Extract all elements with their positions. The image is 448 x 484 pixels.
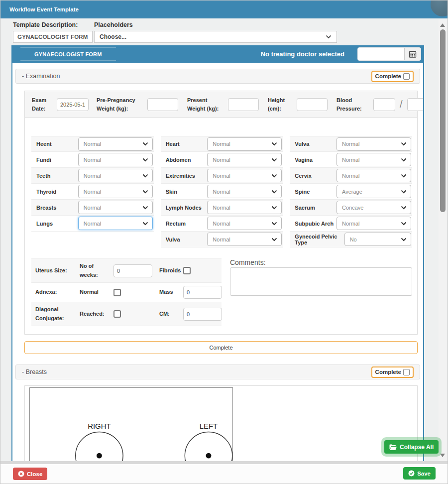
breasts-complete-button[interactable]: Complete: [371, 366, 414, 378]
collapse-all-button[interactable]: Collapse All: [384, 440, 439, 454]
template-description-input[interactable]: GYNAECOLOGIST FORM: [13, 31, 93, 43]
exam-date-field[interactable]: [57, 98, 89, 111]
exam-row-select-value: Normal: [84, 205, 101, 211]
breasts-section-title: - Breasts: [22, 368, 47, 375]
exam-row-label: Skin: [166, 189, 177, 195]
exam-row-select-value: Normal: [342, 141, 359, 147]
fibroids-checkbox[interactable]: [183, 267, 191, 274]
window-titlebar: Workflow Event Template: [0, 0, 448, 18]
breast-diagram-canvas[interactable]: RIGHT LEFT: [29, 387, 233, 462]
exam-row-select[interactable]: Normal: [207, 201, 282, 214]
uterus-size-label: Uterus Size:: [35, 266, 80, 275]
save-check-icon: [408, 470, 415, 477]
placeholders-select[interactable]: Choose...: [94, 31, 337, 43]
exam-row-select-value: Normal: [84, 173, 101, 179]
treatment-date-input[interactable]: [358, 48, 404, 60]
exam-row-label: Gynecoid Pelvic Type: [295, 234, 344, 245]
pre-pregnancy-weight-field[interactable]: [147, 98, 178, 111]
mass-label: Mass: [159, 288, 183, 297]
close-button[interactable]: Close: [13, 468, 47, 480]
exam-row-select-value: Concave: [342, 205, 363, 211]
chevron-down-icon: [271, 238, 277, 242]
chevron-down-icon: [142, 206, 148, 210]
breasts-complete-checkbox[interactable]: [403, 369, 410, 375]
calendar-button[interactable]: [404, 48, 421, 60]
vertical-scrollbar[interactable]: [439, 19, 447, 461]
blood-pressure-systolic-field[interactable]: [373, 98, 395, 111]
exam-row-select[interactable]: Normal: [78, 153, 153, 166]
exam-row-select[interactable]: Normal: [207, 153, 282, 166]
top-form: Template Description: Placeholders GYNAE…: [13, 21, 423, 43]
exam-row: Lymph NodesNormal: [161, 200, 283, 216]
exam-row-label: Abdomen: [166, 157, 191, 163]
height-field[interactable]: [297, 98, 328, 111]
chevron-down-icon: [401, 190, 407, 194]
mass-field[interactable]: [183, 286, 222, 299]
exam-row-select[interactable]: Normal: [207, 137, 282, 151]
exam-row-select[interactable]: Normal: [207, 233, 282, 246]
adnexa-normal-checkbox[interactable]: [113, 289, 121, 296]
chevron-down-icon: [401, 238, 407, 242]
no-of-weeks-field[interactable]: [113, 264, 152, 277]
exam-row-select[interactable]: Normal: [336, 169, 411, 182]
scroll-down-arrow-icon[interactable]: [440, 454, 445, 457]
tab-gynaecologist-form[interactable]: GYNAECOLOGIST FORM: [20, 47, 116, 61]
scroll-up-arrow-icon[interactable]: [440, 23, 445, 27]
exam-row-select-value: Normal: [84, 141, 101, 147]
reached-label: Reached:: [80, 310, 113, 319]
save-button[interactable]: Save: [403, 467, 436, 480]
uterus-size-row: Uterus Size: No of weeks: Fibroids: [31, 258, 222, 283]
exam-row-label: Vulva: [166, 237, 180, 242]
exam-row-select[interactable]: Normal: [78, 217, 153, 230]
reached-checkbox[interactable]: [113, 310, 121, 318]
exam-row: HeartNormal: [161, 136, 283, 152]
examination-complete-button[interactable]: Complete: [371, 71, 414, 82]
adnexa-label: Adnexa:: [35, 288, 80, 297]
breast-right-nipple-dot: [97, 453, 102, 459]
no-of-weeks-label: No of weeks:: [80, 262, 113, 279]
treatment-date-group: [357, 47, 421, 61]
cm-field[interactable]: [183, 308, 222, 321]
exam-row-select[interactable]: Concave: [336, 201, 411, 214]
blood-pressure-diastolic-field[interactable]: [407, 98, 424, 111]
exam-row: Subpubic ArchNormal: [290, 216, 412, 232]
exam-row-select-value: No: [350, 237, 357, 242]
breasts-section-header[interactable]: - Breasts Complete: [15, 364, 420, 379]
placeholders-label: Placeholders: [94, 21, 133, 28]
exam-row-select[interactable]: Normal: [78, 201, 153, 214]
exam-row-select[interactable]: Normal: [207, 185, 282, 198]
exam-row-select-value: Normal: [84, 189, 101, 195]
exam-row-select[interactable]: Normal: [336, 153, 411, 166]
exam-row: AbdomenNormal: [161, 152, 283, 168]
exam-row-label: Breasts: [36, 205, 56, 211]
examination-complete-checkbox[interactable]: [403, 73, 410, 80]
vitals-row: Exam Date: Pre-Pregnancy Weight (kg): Pr…: [25, 91, 417, 118]
scrollbar-thumb[interactable]: [440, 29, 446, 212]
present-weight-field[interactable]: [228, 98, 259, 111]
exam-row-select-value: Normal: [213, 221, 230, 227]
exam-row-select[interactable]: Normal: [207, 217, 282, 230]
exam-row-select[interactable]: Normal: [336, 217, 411, 230]
breast-left-label: LEFT: [200, 423, 218, 431]
exam-row-select[interactable]: Normal: [336, 137, 411, 151]
chevron-down-icon: [401, 158, 407, 162]
exam-row-select[interactable]: Normal: [207, 169, 282, 182]
exam-row-select[interactable]: No: [344, 233, 411, 246]
form-panel-body: - Examination Complete Exam Date: Pre-Pr…: [12, 63, 423, 462]
chevron-down-icon: [401, 222, 407, 226]
chevron-down-icon: [142, 190, 148, 194]
examination-section-header[interactable]: - Examination Complete: [15, 69, 420, 84]
exam-row-label: Sacrum: [295, 205, 315, 211]
exam-row-select[interactable]: Normal: [78, 169, 153, 182]
exam-row-select[interactable]: Normal: [78, 185, 153, 198]
comments-textarea[interactable]: [230, 267, 412, 296]
diagonal-conjugate-row: Diagonal Conjugate: Reached: CM:: [31, 302, 222, 326]
exam-row-select-value: Normal: [213, 189, 230, 195]
exam-row-select[interactable]: Average: [336, 185, 411, 198]
exam-row-select-value: Normal: [342, 221, 359, 227]
adnexa-normal-label: Normal: [80, 288, 113, 297]
exam-row-select[interactable]: Normal: [78, 137, 153, 151]
examination-complete-bar-button[interactable]: Complete: [24, 341, 418, 354]
exam-row: CervixNormal: [290, 168, 412, 184]
chevron-down-icon: [401, 206, 407, 210]
